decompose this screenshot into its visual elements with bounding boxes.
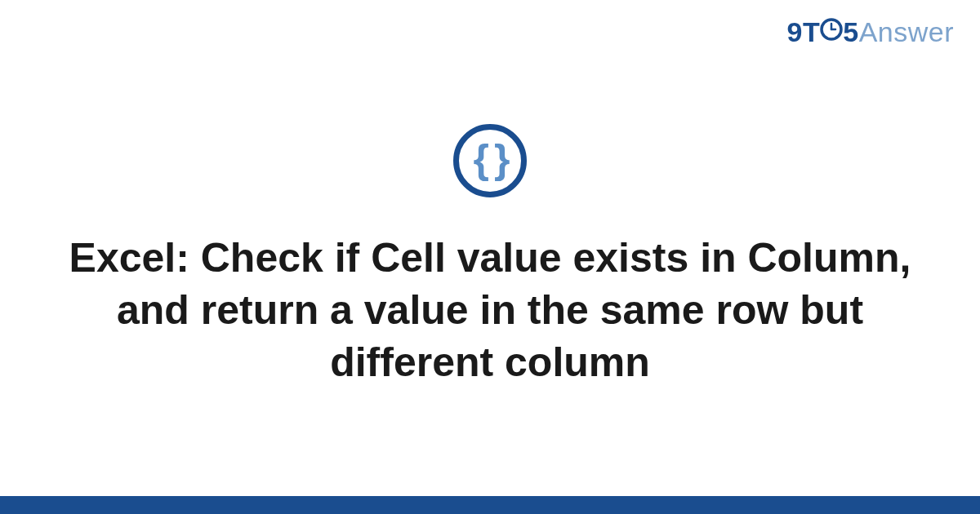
main-content: { } Excel: Check if Cell value exists in… bbox=[0, 0, 980, 496]
page-title: Excel: Check if Cell value exists in Col… bbox=[65, 232, 915, 388]
topic-icon-circle: { } bbox=[453, 124, 527, 197]
footer-bar bbox=[0, 496, 980, 514]
code-braces-icon: { } bbox=[474, 139, 507, 179]
